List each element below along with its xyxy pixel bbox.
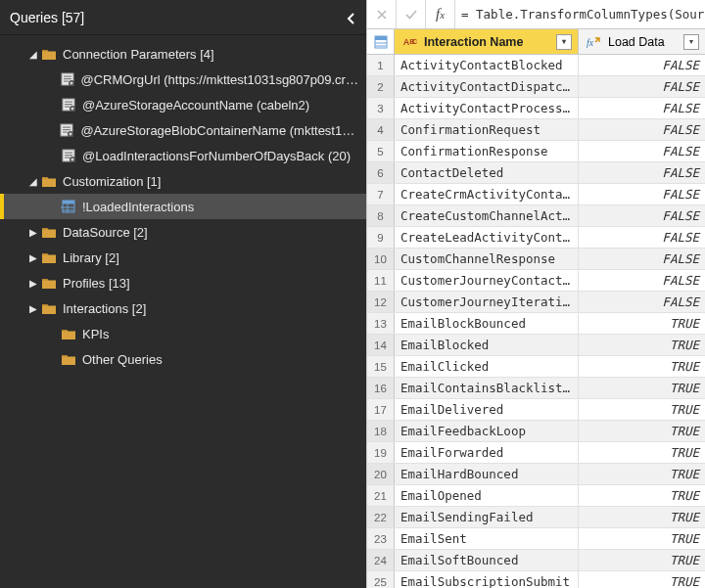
cell-load-data[interactable]: TRUE [579,356,705,377]
cell-interaction-name[interactable]: ConfirmationResponse [395,141,579,161]
cell-interaction-name[interactable]: EmailDelivered [395,399,579,420]
row-number[interactable]: 13 [367,313,395,334]
cell-interaction-name[interactable]: EmailBlockBounced [395,313,579,334]
cell-load-data[interactable]: FALSE [579,270,705,291]
cell-interaction-name[interactable]: EmailSoftBounced [395,550,579,570]
tree-folder[interactable]: ▶DataSource [2] [0,219,366,245]
row-number[interactable]: 12 [367,292,395,312]
grid-select-all[interactable] [367,29,395,54]
cell-load-data[interactable]: TRUE [579,571,705,588]
row-number[interactable]: 16 [367,378,395,398]
row-number[interactable]: 8 [367,205,395,226]
cell-interaction-name[interactable]: ConfirmationRequest [395,119,579,140]
tree-folder[interactable]: ▶Library [2] [0,245,366,270]
row-number[interactable]: 5 [367,141,395,161]
tree-parameter[interactable]: @AzureStorageBlobContainerName (mkttest1… [0,117,366,143]
cell-interaction-name[interactable]: ActivityContactProcess… [395,98,579,118]
sidebar-header[interactable]: Queries [57] [0,0,366,35]
row-number[interactable]: 24 [367,550,395,570]
column-filter-icon[interactable]: ▾ [556,34,572,50]
formula-commit-button[interactable] [397,0,426,28]
cell-load-data[interactable]: FALSE [579,249,705,269]
collapse-sidebar-icon[interactable] [347,9,356,26]
table-row[interactable]: 23EmailSentTRUE [367,528,705,550]
row-number[interactable]: 10 [367,249,395,269]
cell-load-data[interactable]: FALSE [579,55,705,75]
table-row[interactable]: 9CreateLeadActivityCont…FALSE [367,227,705,249]
cell-load-data[interactable]: TRUE [579,528,705,549]
tree-parameter[interactable]: @CRMOrgUrl (https://mkttest1031sg807p09.… [0,67,366,92]
cell-interaction-name[interactable]: CustomChannelResponse [395,249,579,269]
tree-folder[interactable]: KPIs [0,321,366,346]
table-row[interactable]: 17EmailDeliveredTRUE [367,399,705,421]
column-header-interaction-name[interactable]: ABC Interaction Name ▾ [395,29,579,54]
table-row[interactable]: 11CustomerJourneyContact…FALSE [367,270,705,292]
row-number[interactable]: 15 [367,356,395,377]
expand-icon[interactable]: ▶ [27,252,39,263]
table-row[interactable]: 24EmailSoftBouncedTRUE [367,550,705,571]
cell-load-data[interactable]: FALSE [579,292,705,312]
grid-body[interactable]: 1ActivityContactBlockedFALSE2ActivityCon… [367,55,705,588]
table-row[interactable]: 5ConfirmationResponseFALSE [367,141,705,162]
table-row[interactable]: 21EmailOpenedTRUE [367,485,705,507]
row-number[interactable]: 3 [367,98,395,118]
cell-load-data[interactable]: TRUE [579,399,705,420]
table-row[interactable]: 6ContactDeletedFALSE [367,162,705,184]
formula-cancel-button[interactable] [367,0,397,28]
cell-interaction-name[interactable]: EmailForwarded [395,442,579,463]
tree-parameter[interactable]: @AzureStorageAccountName (cabeln2) [0,92,366,117]
table-row[interactable]: 18EmailFeedbackLoopTRUE [367,421,705,442]
cell-load-data[interactable]: FALSE [579,162,705,183]
row-number[interactable]: 25 [367,571,395,588]
table-row[interactable]: 15EmailClickedTRUE [367,356,705,378]
cell-load-data[interactable]: TRUE [579,485,705,506]
cell-interaction-name[interactable]: ActivityContactDispatc… [395,76,579,97]
cell-load-data[interactable]: FALSE [579,76,705,97]
table-row[interactable]: 25EmailSubscriptionSubmitTRUE [367,571,705,588]
row-number[interactable]: 6 [367,162,395,183]
column-filter-icon[interactable]: ▾ [683,34,699,50]
collapse-icon[interactable]: ◢ [27,49,39,60]
tree-folder[interactable]: ▶Profiles [13] [0,270,366,295]
cell-interaction-name[interactable]: EmailSubscriptionSubmit [395,571,579,588]
cell-interaction-name[interactable]: EmailBlocked [395,335,579,355]
cell-interaction-name[interactable]: EmailHardBounced [395,464,579,484]
table-row[interactable]: 12CustomerJourneyIterati…FALSE [367,292,705,313]
cell-load-data[interactable]: FALSE [579,141,705,161]
cell-interaction-name[interactable]: EmailFeedbackLoop [395,421,579,441]
row-number[interactable]: 17 [367,399,395,420]
row-number[interactable]: 1 [367,55,395,75]
table-row[interactable]: 7CreateCrmActivityConta…FALSE [367,184,705,205]
row-number[interactable]: 11 [367,270,395,291]
cell-interaction-name[interactable]: EmailOpened [395,485,579,506]
cell-load-data[interactable]: TRUE [579,313,705,334]
table-row[interactable]: 22EmailSendingFailedTRUE [367,507,705,528]
tree-folder[interactable]: ◢Connection Parameters [4] [0,41,366,67]
cell-interaction-name[interactable]: EmailContainsBlacklist… [395,378,579,398]
row-number[interactable]: 20 [367,464,395,484]
cell-interaction-name[interactable]: CreateCrmActivityConta… [395,184,579,204]
tree-folder[interactable]: ◢Customization [1] [0,168,366,194]
row-number[interactable]: 23 [367,528,395,549]
collapse-icon[interactable]: ◢ [27,176,39,187]
cell-interaction-name[interactable]: ContactDeleted [395,162,579,183]
row-number[interactable]: 2 [367,76,395,97]
cell-interaction-name[interactable]: EmailClicked [395,356,579,377]
formula-fx-button[interactable]: fx [426,0,455,28]
tree-folder[interactable]: ▶Interactions [2] [0,295,366,321]
cell-interaction-name[interactable]: CreateLeadActivityCont… [395,227,579,248]
cell-load-data[interactable]: TRUE [579,378,705,398]
table-row[interactable]: 10CustomChannelResponseFALSE [367,249,705,270]
row-number[interactable]: 9 [367,227,395,248]
expand-icon[interactable]: ▶ [27,227,39,238]
table-row[interactable]: 4ConfirmationRequestFALSE [367,119,705,141]
expand-icon[interactable]: ▶ [27,278,39,289]
cell-interaction-name[interactable]: EmailSent [395,528,579,549]
cell-interaction-name[interactable]: CustomerJourneyContact… [395,270,579,291]
row-number[interactable]: 21 [367,485,395,506]
table-row[interactable]: 13EmailBlockBouncedTRUE [367,313,705,335]
cell-load-data[interactable]: TRUE [579,335,705,355]
row-number[interactable]: 22 [367,507,395,527]
row-number[interactable]: 14 [367,335,395,355]
table-row[interactable]: 19EmailForwardedTRUE [367,442,705,464]
